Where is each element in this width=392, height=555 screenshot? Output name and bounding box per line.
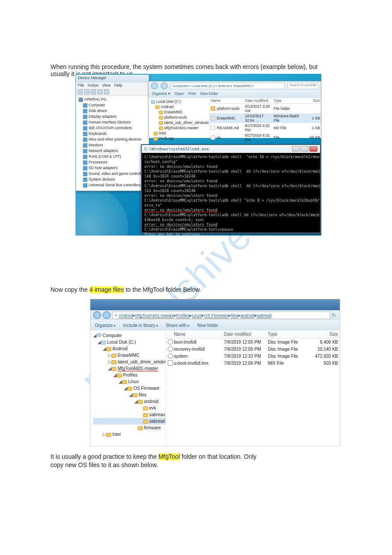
sidebar-item[interactable]: EraseMMC (151, 109, 209, 115)
file-row[interactable]: boot-imx6dl7/8/2019 12:05 PMDisc Image F… (166, 338, 340, 345)
breadcrumb-seg[interactable]: files (231, 313, 238, 318)
breadcrumb-seg[interactable]: Profiles (176, 313, 190, 318)
tree-node[interactable]: Mice and other pointing devices (79, 137, 148, 142)
tb-organize[interactable]: Organize ▾ (152, 91, 170, 97)
explorer2-titlebar (90, 299, 340, 310)
sidebar-item[interactable]: PerfLogs (151, 136, 209, 141)
maximize-button[interactable] (301, 146, 309, 152)
refresh-icon[interactable]: ↻ (332, 312, 337, 318)
breadcrumb-seg[interactable]: Android (119, 313, 133, 318)
menu-action[interactable]: Action (88, 83, 99, 88)
breadcrumb-1[interactable]: Computer▸Local Disk (C:)▸Android▸EraseMM… (170, 83, 285, 89)
tb-new-folder[interactable]: New folder (197, 323, 218, 328)
breadcrumb-seg[interactable]: OS Firmware (204, 313, 229, 318)
close-button[interactable] (309, 146, 317, 152)
tree-node[interactable]: Universal Serial Bus controllers (79, 182, 148, 188)
explorer-filelist[interactable]: Name Date modified Type Size platform-to… (210, 98, 321, 138)
explorer-toolbar[interactable]: Organize ▾ Open Print New folder (148, 90, 321, 98)
menu-file[interactable]: File (78, 83, 84, 88)
breadcrumb-seg[interactable]: sabresd (257, 313, 272, 318)
device-icon (83, 109, 87, 113)
breadcrumb-seg[interactable]: Android (218, 84, 230, 88)
sidebar-item[interactable]: Local Disk (C:) (151, 99, 209, 104)
computer-icon (79, 98, 83, 102)
file-row[interactable]: platform-tools9/13/2017 3:26 AMFile fold… (210, 104, 321, 113)
tb-open[interactable]: Open (175, 91, 184, 97)
breadcrumb-seg[interactable]: Computer (173, 84, 188, 88)
tree-node[interactable]: IDE ATA/ATAPI controllers (79, 125, 148, 131)
device-manager-toolbar[interactable] (76, 89, 149, 96)
sidebar-item[interactable]: MfgToolA601-master (151, 125, 209, 131)
explorer-sidebar[interactable]: Local Disk (C:)AndroidEraseMMCplatform-t… (148, 98, 210, 138)
tree-selected-sabresd[interactable]: sabresd (93, 418, 165, 424)
forward-button[interactable] (103, 311, 111, 319)
tb-new-folder[interactable]: New folder (200, 91, 218, 97)
tree-node[interactable]: SD host adapters (79, 165, 148, 171)
explorer-navbar: Computer▸Local Disk (C:)▸Android▸EraseMM… (148, 81, 321, 90)
tree-node[interactable]: System devices (79, 177, 148, 182)
menu-help[interactable]: Help (114, 83, 122, 88)
tree-node[interactable]: Keyboards (79, 131, 148, 137)
file-row[interactable]: u-boot-imx6dl.imx7/8/2019 12:06 PMIMX Fi… (166, 359, 340, 366)
file-row[interactable]: EraseMMC10/19/2017 10:54 …Windows Batch … (210, 113, 321, 123)
tree-node[interactable]: Processors (79, 160, 148, 165)
device-icon (83, 120, 87, 125)
tree-node[interactable]: Disk drives (79, 108, 148, 114)
sidebar-item[interactable]: latest_usb_driver_windows (151, 120, 209, 125)
folder-icon (106, 433, 111, 437)
toolbar-icon[interactable] (91, 89, 96, 94)
explorer2-filelist[interactable]: Name Date modified Type Size boot-imx6dl… (166, 330, 340, 446)
breadcrumb-seg[interactable]: android (241, 313, 255, 318)
breadcrumb-sep-icon: ▸ (231, 84, 233, 88)
device-tree[interactable]: ARMPAC-PC ComputerDisk drivesDisplay ada… (76, 96, 149, 189)
tree-node[interactable]: Display adapters (79, 114, 148, 120)
breadcrumb-seg[interactable]: Linux (192, 313, 202, 318)
para-copyfiles: Now copy the 4 image files to the MfgToo… (50, 286, 331, 294)
sidebar-item[interactable]: Intel (151, 131, 209, 136)
device-manager-menubar[interactable]: File Action View Help (76, 83, 149, 89)
folder-icon (127, 387, 132, 391)
menu-view[interactable]: View (102, 83, 111, 88)
sidebar-item[interactable]: platform-tools (151, 115, 209, 120)
tree-node[interactable]: Sound, video and game controllers (79, 171, 148, 177)
explorer2-sidebar[interactable]: ◢ Computer ◢Local Disk (C:) ◢Android ▷Er… (90, 330, 166, 446)
tb-print[interactable]: Print (188, 91, 196, 97)
explorer2-body: ◢ Computer ◢Local Disk (C:) ◢Android ▷Er… (90, 330, 340, 446)
tree-node[interactable]: Ports (COM & LPT) (79, 154, 148, 160)
file-row[interactable]: su9/17/2016 6:31 PMFile66 KB (210, 133, 321, 142)
back-button[interactable] (93, 311, 101, 319)
folder-icon (159, 121, 163, 125)
tb-organize[interactable]: Organize (95, 323, 115, 328)
file-row[interactable]: README.md9/17/2016 6:31 PMMD File1 KB (210, 123, 321, 133)
explorer2-navbar: « Android ▸ MfgToolA601-master ▸ Profile… (90, 310, 340, 320)
filelist-header[interactable]: Name Date modified Type Size (210, 98, 321, 104)
search-input[interactable]: Search EraseMM (288, 83, 318, 89)
minimize-button[interactable] (292, 146, 300, 152)
back-button[interactable] (151, 82, 158, 89)
tree-node[interactable]: Computer (79, 102, 148, 108)
forward-button[interactable] (161, 82, 168, 89)
explorer2-toolbar[interactable]: Organize Include in library Share with N… (90, 320, 340, 330)
toolbar-icon[interactable] (104, 89, 109, 94)
cmd-window: C:\Windows\system32\cmd.exe C:\Android\E… (141, 144, 321, 233)
explorer-erasemmc-window: Computer▸Local Disk (C:)▸Android▸EraseMM… (148, 81, 321, 138)
sidebar-item[interactable]: Android (151, 104, 209, 109)
tb-share-with[interactable]: Share with (166, 323, 189, 328)
breadcrumb-seg[interactable]: EraseMMC (234, 84, 251, 88)
folder-icon (154, 137, 158, 141)
tree-root[interactable]: ARMPAC-PC (79, 97, 148, 102)
breadcrumb-2[interactable]: « Android ▸ MfgToolA601-master ▸ Profile… (112, 312, 330, 319)
breadcrumb-seg[interactable]: MfgToolA601-master (135, 313, 174, 318)
filelist-header[interactable]: Name Date modified Type Size (166, 330, 340, 338)
tree-node[interactable]: Human Interface Devices (79, 120, 148, 125)
tree-node[interactable]: Monitors (79, 142, 148, 148)
breadcrumb-seg[interactable]: Local Disk (C:) (191, 84, 214, 88)
toolbar-icon[interactable] (84, 89, 90, 94)
screenshot-erase-errors: Device Manager File Action View Help ARM… (76, 74, 321, 236)
tree-node[interactable]: Network adapters (79, 148, 148, 154)
tb-include-library[interactable]: Include in library (123, 323, 158, 328)
file-row[interactable]: system7/8/2019 12:32 PMDisc Image File47… (166, 352, 340, 359)
toolbar-icon[interactable] (78, 89, 83, 94)
file-row[interactable]: recovery-imx6dl7/8/2019 12:05 PMDisc Ima… (166, 345, 340, 352)
toolbar-icon[interactable] (97, 89, 103, 94)
